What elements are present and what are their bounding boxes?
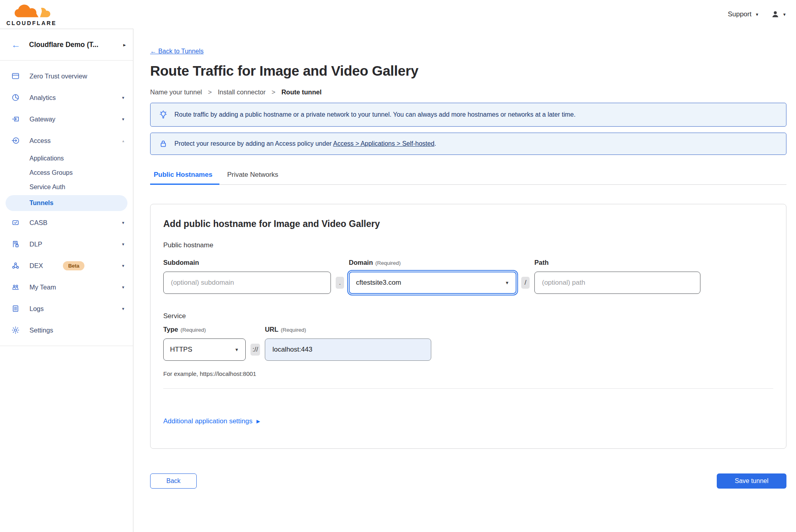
type-required-hint: (Required) (180, 327, 206, 333)
sidebar-item-my-team[interactable]: My Team ▾ (0, 276, 133, 298)
top-bar: CLOUDFLARE Support ▼ ▼ (0, 0, 796, 29)
sidebar-item-zero-trust-overview[interactable]: Zero Trust overview (0, 65, 133, 87)
logs-document-icon (11, 304, 20, 313)
sidebar-item-dlp[interactable]: DLP ▾ (0, 233, 133, 255)
protect-banner: Protect your resource by adding an Acces… (150, 133, 786, 155)
subdomain-input[interactable] (163, 272, 331, 294)
domain-select[interactable]: cftestsite3.com ▼ (349, 272, 516, 294)
account-name: Cloudflare Demo (T... (29, 41, 114, 49)
chevron-down-icon: ▾ (122, 95, 124, 100)
tab-public-hostnames[interactable]: Public Hostnames (150, 171, 219, 185)
service-type-value: HTTPS (170, 346, 192, 354)
sidebar-item-service-auth[interactable]: Service Auth (0, 180, 133, 194)
sidebar-item-access-groups[interactable]: Access Groups (0, 166, 133, 180)
protect-banner-text: Protect your resource by adding an Acces… (174, 140, 436, 147)
service-label: Service (163, 312, 773, 320)
chevron-down-icon: ▼ (782, 12, 786, 17)
chevron-down-icon: ▾ (122, 220, 124, 225)
save-tunnel-button[interactable]: Save tunnel (717, 473, 786, 489)
support-menu[interactable]: Support ▼ (728, 10, 759, 18)
analytics-pie-icon (11, 93, 20, 102)
service-url-input[interactable] (265, 338, 431, 361)
additional-application-settings-toggle[interactable]: Additional application settings ▶ (163, 417, 260, 425)
lock-icon (158, 139, 168, 149)
cloudflare-cloud-icon (10, 3, 53, 20)
step-route-tunnel: Route tunnel (282, 88, 322, 96)
back-to-tunnels-link[interactable]: ← Back to Tunnels (150, 48, 203, 55)
domain-required-hint: (Required) (376, 260, 401, 266)
domain-label: Domain(Required) (349, 259, 516, 266)
subdomain-label: Subdomain (163, 259, 331, 266)
step-name-your-tunnel: Name your tunnel (150, 88, 202, 96)
tab-private-networks[interactable]: Private Networks (223, 171, 285, 185)
tip-banner: Route traffic by adding a public hostnam… (150, 103, 786, 127)
sidebar: ← Cloudflare Demo (T... ▸ Zero Trust ove… (0, 29, 133, 532)
sidebar-item-dex[interactable]: DEX Beta ▾ (0, 255, 133, 276)
sidebar-item-access[interactable]: Access ▴ (0, 130, 133, 151)
public-hostname-label: Public hostname (163, 241, 773, 249)
user-menu[interactable]: ▼ (771, 10, 786, 19)
logo-wordmark: CLOUDFLARE (6, 20, 57, 26)
path-input[interactable] (534, 272, 700, 294)
chevron-down-icon: ▾ (122, 306, 124, 311)
type-label: Type(Required) (163, 326, 246, 333)
wizard-steps: Name your tunnel > Install connector > R… (150, 88, 786, 96)
overview-icon (11, 72, 20, 80)
service-type-select[interactable]: HTTPS ▼ (163, 338, 246, 361)
team-icon (11, 283, 20, 291)
chevron-down-icon: ▼ (505, 280, 509, 285)
account-switcher[interactable]: ← Cloudflare Demo (T... ▸ (0, 29, 133, 61)
support-label: Support (728, 10, 752, 18)
page-title: Route Traffic for Image and Video Galler… (150, 63, 786, 79)
chevron-down-icon: ▼ (235, 347, 239, 352)
sidebar-item-settings[interactable]: Settings (0, 319, 133, 341)
chevron-down-icon: ▾ (122, 242, 124, 247)
dlp-document-lock-icon (11, 240, 20, 248)
back-arrow-icon[interactable]: ← (11, 39, 20, 50)
url-label: URL(Required) (265, 326, 431, 333)
main-content: ← Back to Tunnels Route Traffic for Imag… (133, 29, 796, 532)
chevron-right-icon: ▶ (256, 419, 260, 424)
gateway-icon (11, 115, 20, 123)
url-example-hint: For example, https://localhost:8001 (163, 370, 773, 377)
step-separator: > (272, 88, 276, 96)
sidebar-item-logs[interactable]: Logs ▾ (0, 298, 133, 319)
chevron-right-icon: ▸ (123, 42, 126, 48)
casb-icon (11, 218, 20, 227)
sidebar-nav: Zero Trust overview Analytics ▾ Gateway … (0, 61, 133, 346)
sidebar-item-casb[interactable]: CASB ▾ (0, 212, 133, 233)
step-separator: > (208, 88, 212, 96)
domain-select-value: cftestsite3.com (356, 279, 401, 287)
path-label: Path (534, 259, 700, 266)
cloudflare-logo: CLOUDFLARE (6, 3, 57, 26)
url-required-hint: (Required) (281, 327, 306, 333)
gear-icon (11, 326, 20, 334)
chevron-down-icon: ▾ (122, 285, 124, 290)
sidebar-item-analytics[interactable]: Analytics ▾ (0, 87, 133, 108)
sidebar-item-tunnels[interactable]: Tunnels (6, 195, 127, 211)
lightbulb-icon (158, 110, 168, 119)
access-icon (11, 136, 20, 145)
chevron-up-icon: ▴ (122, 139, 124, 143)
public-hostname-card: Add public hostname for Image and Video … (150, 204, 786, 449)
sidebar-item-gateway[interactable]: Gateway ▾ (0, 108, 133, 130)
chevron-down-icon: ▾ (122, 117, 124, 122)
back-button[interactable]: Back (150, 473, 197, 489)
card-divider (163, 388, 773, 389)
slash-separator: / (521, 277, 530, 289)
beta-badge: Beta (63, 261, 84, 270)
tab-bar: Public Hostnames Private Networks (150, 171, 786, 185)
sidebar-divider (0, 346, 133, 346)
protocol-separator: :// (250, 344, 260, 356)
dot-separator: . (336, 277, 344, 289)
access-applications-self-hosted-link[interactable]: Access > Applications > Self-hosted (333, 140, 434, 147)
card-heading: Add public hostname for Image and Video … (163, 219, 773, 229)
dex-network-icon (11, 261, 20, 270)
tip-banner-text: Route traffic by adding a public hostnam… (174, 111, 575, 118)
footer-actions: Back Save tunnel (150, 473, 786, 501)
chevron-down-icon: ▼ (755, 12, 759, 17)
sidebar-item-applications[interactable]: Applications (0, 151, 133, 166)
chevron-down-icon: ▾ (122, 263, 124, 268)
user-icon (771, 10, 780, 19)
step-install-connector: Install connector (218, 88, 266, 96)
